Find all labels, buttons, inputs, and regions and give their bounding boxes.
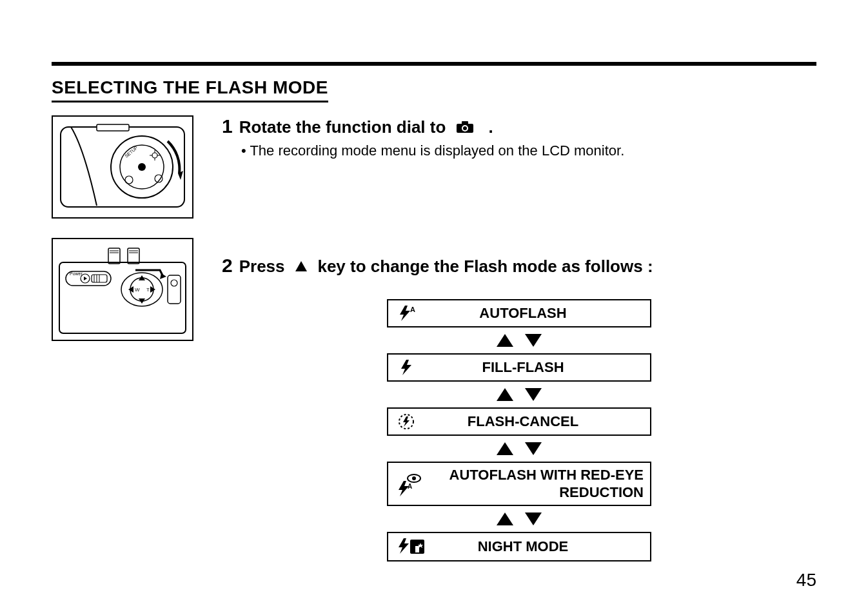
left-column: SETUP Power	[52, 115, 206, 561]
mode-autoflash-redeye-line1: AUTOFLASH WITH RED-EYE	[449, 467, 644, 483]
step-1-text: Rotate the function dial to .	[239, 117, 493, 139]
autoflash-icon: A	[396, 304, 432, 322]
down-triangle-icon	[525, 512, 542, 525]
nav-illustration-svg: Power W T	[58, 244, 187, 335]
arrows-2	[497, 388, 542, 401]
camera-icon	[455, 119, 475, 139]
section-title-wrap: SELECTING THE FLASH MODE	[52, 77, 328, 102]
svg-marker-45	[403, 416, 409, 427]
step-2-number: 2	[222, 255, 233, 277]
autoflash-redeye-icon: A	[396, 472, 432, 496]
mode-fill-flash: FILL-FLASH	[387, 353, 651, 382]
step-1-text-before: Rotate the function dial to	[239, 117, 446, 137]
svg-marker-43	[401, 360, 411, 375]
up-triangle-icon	[497, 334, 513, 347]
step-1-text-after: .	[488, 117, 493, 137]
flash-cancel-icon	[396, 413, 432, 431]
svg-text:A: A	[408, 483, 412, 490]
svg-text:T: T	[146, 287, 150, 293]
svg-marker-50	[399, 538, 409, 554]
mode-night: NIGHT MODE	[387, 532, 651, 561]
top-rule	[52, 62, 816, 66]
down-triangle-icon	[525, 388, 542, 401]
arrows-4	[497, 512, 542, 525]
mode-flash-cancel-label: FLASH-CANCEL	[432, 413, 650, 430]
svg-rect-37	[462, 121, 468, 125]
step-2: 2 Press key to change the Flash mode as …	[222, 255, 816, 278]
up-triangle-icon	[497, 388, 513, 401]
svg-point-26	[130, 278, 153, 301]
dial-illustration-svg: SETUP	[58, 122, 187, 212]
dial-illustration: SETUP	[52, 115, 193, 219]
mode-autoflash: A AUTOFLASH	[387, 299, 651, 327]
svg-rect-9	[97, 124, 129, 131]
nav-illustration: Power W T	[52, 238, 193, 341]
svg-point-39	[463, 126, 467, 130]
page-number: 45	[796, 570, 816, 591]
up-triangle-icon	[497, 442, 513, 455]
up-triangle-icon	[294, 257, 308, 277]
svg-text:Power: Power	[70, 271, 83, 276]
svg-point-3	[138, 163, 146, 171]
step-2-text-after: key to change the Flash mode as follows …	[317, 257, 653, 276]
mode-autoflash-redeye-line2: REDUCTION	[559, 484, 644, 500]
svg-marker-40	[295, 261, 307, 271]
step-1: 1 Rotate the function dial to .	[222, 115, 816, 139]
svg-text:A: A	[410, 306, 415, 313]
down-triangle-icon	[525, 442, 542, 455]
mode-flash-cancel: FLASH-CANCEL	[387, 407, 651, 436]
mode-autoflash-label: AUTOFLASH	[432, 305, 650, 322]
down-triangle-icon	[525, 334, 542, 347]
mode-autoflash-redeye-label: AUTOFLASH WITH RED-EYE REDUCTION	[432, 467, 650, 501]
step-1-number: 1	[222, 115, 233, 137]
svg-point-47	[412, 476, 416, 480]
svg-text:W: W	[135, 287, 140, 293]
mode-night-label: NIGHT MODE	[432, 538, 650, 555]
flash-mode-list: A AUTOFLASH FILL-FLASH	[222, 299, 816, 561]
svg-marker-41	[400, 306, 410, 321]
right-column: 1 Rotate the function dial to . • The re…	[222, 115, 816, 561]
arrows-3	[497, 442, 542, 455]
up-triangle-icon	[497, 512, 513, 525]
mode-fill-flash-label: FILL-FLASH	[432, 359, 650, 376]
section-title: SELECTING THE FLASH MODE	[52, 77, 328, 98]
fill-flash-icon	[396, 358, 432, 376]
mode-autoflash-redeye: A AUTOFLASH WITH RED-EYE REDUCTION	[387, 462, 651, 506]
content: SETUP Power	[52, 115, 816, 561]
step-2-text-before: Press	[239, 257, 285, 276]
arrows-1	[497, 334, 542, 347]
step-2-text: Press key to change the Flash mode as fo…	[239, 257, 653, 278]
step-1-substep: • The recording mode menu is displayed o…	[241, 142, 816, 159]
night-mode-icon	[396, 537, 432, 556]
